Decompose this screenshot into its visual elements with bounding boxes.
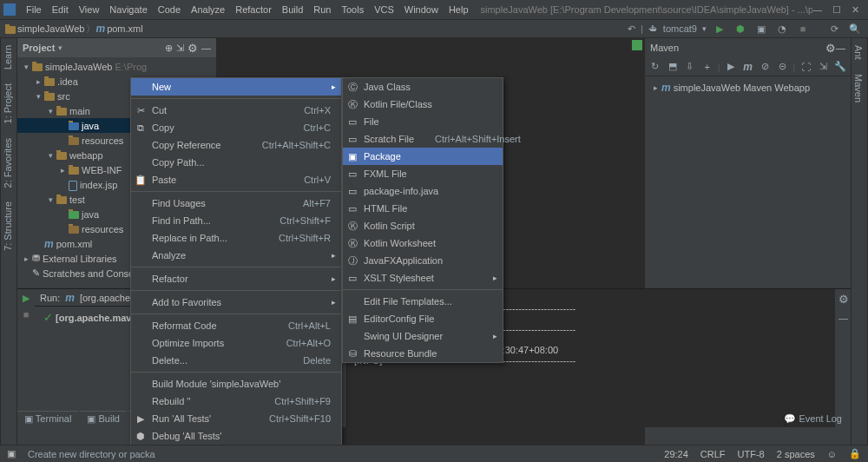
gear-icon[interactable]: ⚙: [187, 42, 198, 55]
menu-item-scratch-file[interactable]: ▭ Scratch File Ctrl+Alt+Shift+Insert: [343, 130, 503, 148]
menu-edit[interactable]: Edit: [47, 3, 74, 16]
line-separator[interactable]: CRLF: [700, 449, 726, 459]
hide-icon[interactable]: —: [836, 43, 845, 53]
tool-tab-maven[interactable]: Maven: [852, 67, 865, 109]
select-file-icon[interactable]: ⊕: [165, 43, 173, 54]
back-icon[interactable]: ↶: [628, 23, 635, 35]
tool-windows-icon[interactable]: ▣: [7, 448, 16, 459]
maven-m-icon[interactable]: m: [741, 59, 755, 75]
collapse-all-icon[interactable]: ⇲: [816, 59, 830, 75]
breadcrumb-project[interactable]: simpleJavaWeb: [16, 23, 86, 34]
hide-icon[interactable]: —: [835, 309, 851, 327]
menu-item-add-to-favorites[interactable]: Add to Favorites ▸: [131, 294, 341, 311]
maximize-icon[interactable]: ☐: [832, 4, 841, 16]
indent[interactable]: 2 spaces: [777, 449, 815, 459]
menu-item-java-class[interactable]: Ⓒ Java Class: [343, 78, 503, 96]
breadcrumb-file[interactable]: pom.xml: [105, 23, 145, 34]
menu-analyze[interactable]: Analyze: [186, 3, 230, 16]
menu-refactor[interactable]: Refactor: [230, 3, 277, 16]
project-pane-title[interactable]: Project: [23, 43, 55, 53]
menu-window[interactable]: Window: [399, 3, 444, 16]
menu-file[interactable]: File: [21, 3, 47, 16]
event-log-tab[interactable]: 💬 Event Log: [777, 410, 849, 427]
debug-icon[interactable]: ⬢: [733, 21, 748, 36]
menu-item-xslt-stylesheet[interactable]: ▭ XSLT Stylesheet ▸: [343, 269, 503, 287]
menu-item-kotlin-script[interactable]: Ⓚ Kotlin Script: [343, 217, 503, 234]
menu-item-optimize-imports[interactable]: Optimize Imports Ctrl+Alt+O: [131, 334, 341, 352]
gear-icon[interactable]: ⚙: [825, 42, 836, 55]
stop-icon[interactable]: ■: [23, 309, 30, 320]
menu-item-paste[interactable]: 📋 Paste Ctrl+V: [131, 171, 341, 188]
update-icon[interactable]: ⟳: [826, 21, 842, 36]
menu-item-cut[interactable]: ✂ Cut Ctrl+X: [131, 102, 341, 119]
menu-item-html-file[interactable]: ▭ HTML File: [343, 200, 503, 217]
menu-help[interactable]: Help: [444, 3, 474, 16]
menu-item-kotlin-file-class[interactable]: Ⓚ Kotlin File/Class: [343, 96, 503, 113]
menu-tools[interactable]: Tools: [336, 3, 369, 16]
menu-item-package-info-java[interactable]: ▭ package-info.java: [343, 182, 503, 200]
tool-tab-ant[interactable]: Ant: [852, 38, 865, 67]
menu-code[interactable]: Code: [153, 3, 186, 16]
bottom-tab-terminal[interactable]: ▣ Terminal: [17, 411, 78, 426]
download-icon[interactable]: ⇩: [683, 59, 697, 75]
menu-item-javafxapplication[interactable]: Ⓙ JavaFXApplication: [343, 252, 503, 269]
menu-item-edit-file-templates-[interactable]: Edit File Templates...: [343, 293, 503, 310]
menu-item-refactor[interactable]: Refactor ▸: [131, 270, 341, 287]
gear-icon[interactable]: ⚙: [835, 289, 851, 309]
menu-item-find-usages[interactable]: Find Usages Alt+F7: [131, 195, 341, 212]
menu-item-find-in-path-[interactable]: Find in Path... Ctrl+Shift+F: [131, 212, 341, 229]
hide-icon[interactable]: —: [201, 43, 211, 53]
collapse-icon[interactable]: ⇲: [176, 43, 184, 54]
tool-tab-learn[interactable]: Learn: [1, 38, 15, 76]
search-icon[interactable]: 🔍: [847, 21, 863, 36]
menu-build[interactable]: Build: [277, 3, 308, 16]
run-maven-icon[interactable]: ▶: [724, 59, 738, 75]
minimize-icon[interactable]: —: [812, 4, 822, 16]
bottom-tab-build[interactable]: ▣ Build: [80, 411, 127, 426]
inspection-ok-icon[interactable]: [632, 40, 642, 50]
run-config-selector[interactable]: tomcat9: [663, 23, 697, 34]
menu-item-copy[interactable]: ⧉ Copy Ctrl+C: [131, 119, 341, 136]
menu-item-copy-path-[interactable]: Copy Path...: [131, 154, 341, 171]
context-menu[interactable]: New ▸ ✂ Cut Ctrl+X ⧉ Copy Ctrl+C Copy Re…: [130, 77, 342, 445]
menu-item-rebuild-default-[interactable]: Rebuild '' Ctrl+Shift+F9: [131, 393, 341, 410]
menu-item-swing-ui-designer[interactable]: Swing UI Designer ▸: [343, 327, 503, 345]
menu-item-run-all-tests-[interactable]: ▶ Run 'All Tests' Ctrl+Shift+F10: [131, 410, 341, 427]
menu-item-editorconfig-file[interactable]: ▤ EditorConfig File: [343, 310, 503, 327]
menu-item-copy-reference[interactable]: Copy Reference Ctrl+Alt+Shift+C: [131, 136, 341, 154]
close-icon[interactable]: ✕: [852, 4, 859, 16]
menu-item-debug-all-tests-[interactable]: ⬢ Debug 'All Tests': [131, 427, 341, 445]
menu-view[interactable]: View: [74, 3, 105, 16]
reimport-icon[interactable]: ↻: [648, 59, 662, 75]
menu-item-reformat-code[interactable]: Reformat Code Ctrl+Alt+L: [131, 317, 341, 334]
menu-item-resource-bundle[interactable]: ⛁ Resource Bundle: [343, 345, 503, 362]
menu-item-file[interactable]: ▭ File: [343, 113, 503, 130]
run-icon[interactable]: ▶: [712, 21, 727, 36]
menu-item-build-module-simplejavaweb-[interactable]: Build Module 'simpleJavaWeb': [131, 375, 341, 393]
lock-icon[interactable]: 🔒: [849, 448, 861, 459]
toggle-offline-icon[interactable]: ⊘: [758, 59, 772, 75]
inspections-icon[interactable]: ☺: [827, 449, 837, 459]
menu-item-replace-in-path-[interactable]: Replace in Path... Ctrl+Shift+R: [131, 229, 341, 247]
menu-item-kotlin-worksheet[interactable]: Ⓚ Kotlin Worksheet: [343, 234, 503, 252]
add-icon[interactable]: +: [700, 59, 714, 75]
wrench-icon[interactable]: 🔧: [833, 59, 847, 75]
menu-item-fxml-file[interactable]: ▭ FXML File: [343, 165, 503, 182]
tool-tab-1project[interactable]: 1: Project: [1, 76, 15, 130]
rerun-icon[interactable]: ▶: [23, 293, 30, 304]
menu-navigate[interactable]: Navigate: [104, 3, 152, 16]
menu-run[interactable]: Run: [308, 3, 336, 16]
toggle-skip-tests-icon[interactable]: ⊝: [775, 59, 789, 75]
menu-vcs[interactable]: VCS: [369, 3, 399, 16]
menu-item-package[interactable]: ▣ Package: [343, 148, 503, 165]
tree-node-simplejavaweb[interactable]: ▾ simpleJavaWeb E:\Prog: [17, 59, 216, 74]
profile-icon[interactable]: ◔: [774, 21, 790, 36]
coverage-icon[interactable]: ▣: [753, 21, 769, 36]
menu-item-new[interactable]: New ▸: [131, 78, 341, 96]
caret-position[interactable]: 29:24: [664, 449, 688, 459]
tool-tab-2favorites[interactable]: 2: Favorites: [1, 131, 15, 195]
menu-item-analyze[interactable]: Analyze ▸: [131, 247, 341, 264]
encoding[interactable]: UTF-8: [738, 449, 765, 459]
stop-icon[interactable]: ■: [795, 21, 811, 36]
menu-item-delete-[interactable]: Delete... Delete: [131, 352, 341, 369]
